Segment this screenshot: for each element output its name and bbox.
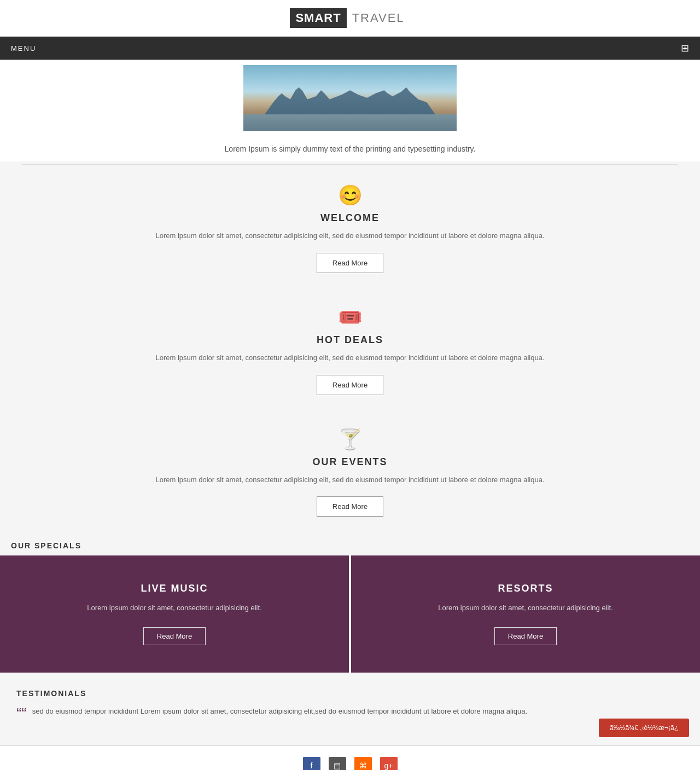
welcome-icon: 😊 bbox=[109, 184, 591, 207]
menu-label[interactable]: MENU bbox=[11, 44, 36, 53]
live-music-read-more-button[interactable]: Read More bbox=[143, 627, 206, 645]
live-music-text: Lorem ipsum dolor sit amet, consectetur … bbox=[22, 603, 327, 613]
resorts-read-more-button[interactable]: Read More bbox=[494, 627, 557, 645]
quote-mark-icon: ““ bbox=[16, 706, 27, 721]
testimonial-author: - LOREM IPSUM USA. bbox=[16, 727, 684, 734]
welcome-read-more-button[interactable]: Read More bbox=[317, 253, 383, 273]
social-icons-container: f ▤ ⌘ g+ bbox=[11, 757, 689, 770]
hot-deals-text: Lorem ipsum dolor sit amet, consectetur … bbox=[109, 352, 591, 364]
welcome-section: 😊 WELCOME Lorem ipsum dolor sit amet, co… bbox=[0, 167, 700, 290]
resorts-text: Lorem ipsum dolor sit amet, consectetur … bbox=[373, 603, 678, 613]
divider bbox=[22, 164, 678, 165]
hot-deals-icon: 🎟️ bbox=[109, 306, 591, 329]
specials-header: OUR SPECIALS bbox=[0, 533, 700, 555]
logo-smart: SMART bbox=[290, 8, 346, 28]
hot-deals-title: HOT DEALS bbox=[109, 334, 591, 346]
facebook-icon[interactable]: f bbox=[303, 757, 320, 770]
welcome-text: Lorem ipsum dolor sit amet, consectetur … bbox=[109, 230, 591, 242]
hot-deals-read-more-button[interactable]: Read More bbox=[317, 375, 383, 395]
hot-deals-section: 🎟️ HOT DEALS Lorem ipsum dolor sit amet,… bbox=[0, 290, 700, 412]
live-music-card: LIVE MUSIC Lorem ipsum dolor sit amet, c… bbox=[0, 555, 349, 673]
events-title: OUR EVENTS bbox=[109, 456, 591, 468]
events-icon: 🍸 bbox=[109, 428, 591, 451]
document-icon[interactable]: ▤ bbox=[329, 757, 346, 770]
nav-bar: MENU ⊞ bbox=[0, 37, 700, 60]
footer-social: f ▤ ⌘ g+ bbox=[0, 745, 700, 770]
grid-icon[interactable]: ⊞ bbox=[681, 42, 689, 54]
events-read-more-button[interactable]: Read More bbox=[317, 496, 383, 517]
logo-travel: TRAVEL bbox=[347, 8, 410, 28]
cta-button[interactable]: ã‰½ã¾€ ,‹è½½æ¬¡ã¿ bbox=[599, 719, 689, 737]
hero-caption: Lorem Ipsum is simply dummy text of the … bbox=[0, 136, 700, 161]
header: SMART TRAVEL bbox=[0, 0, 700, 37]
testimonials-title: TESTIMONIALS bbox=[16, 689, 684, 698]
testimonial-text: sed do eiusmod tempor incididunt Lorem i… bbox=[32, 706, 527, 717]
events-section: 🍸 OUR EVENTS Lorem ipsum dolor sit amet,… bbox=[0, 412, 700, 534]
resorts-title: RESORTS bbox=[373, 583, 678, 594]
hero-section: Lorem Ipsum is simply dummy text of the … bbox=[0, 60, 700, 161]
google-plus-icon[interactable]: g+ bbox=[380, 757, 398, 770]
hero-image bbox=[243, 65, 457, 131]
logo: SMART TRAVEL bbox=[290, 8, 410, 28]
welcome-title: WELCOME bbox=[109, 212, 591, 224]
rss-icon[interactable]: ⌘ bbox=[354, 757, 372, 770]
testimonials-section: TESTIMONIALS ““ sed do eiusmod tempor in… bbox=[0, 673, 700, 745]
testimonial-quote: ““ sed do eiusmod tempor incididunt Lore… bbox=[16, 706, 684, 721]
resorts-card: RESORTS Lorem ipsum dolor sit amet, cons… bbox=[351, 555, 700, 673]
live-music-title: LIVE MUSIC bbox=[22, 583, 327, 594]
specials-grid: LIVE MUSIC Lorem ipsum dolor sit amet, c… bbox=[0, 555, 700, 673]
events-text: Lorem ipsum dolor sit amet, consectetur … bbox=[109, 474, 591, 486]
